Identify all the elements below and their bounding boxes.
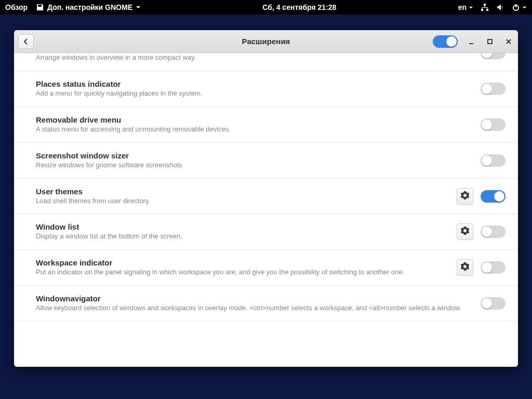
extension-description: Resize windows for gnome software screen… bbox=[36, 161, 473, 170]
back-button[interactable] bbox=[18, 34, 34, 49]
maximize-icon bbox=[487, 38, 493, 45]
extension-row: WindownavigatorAllow keyboard selection … bbox=[14, 286, 518, 322]
extension-description: Load shell themes from user directory. bbox=[36, 197, 449, 206]
system-menu[interactable] bbox=[512, 3, 527, 11]
extension-title: Removable drive menu bbox=[36, 115, 473, 124]
svg-rect-5 bbox=[469, 43, 473, 44]
extension-text: Window listDisplay a window list at the … bbox=[36, 222, 449, 241]
gear-icon bbox=[461, 262, 469, 273]
save-icon bbox=[36, 3, 44, 11]
extensions-list[interactable]: Native window placementArrange windows i… bbox=[14, 53, 518, 367]
extension-title: Screenshot window sizer bbox=[36, 151, 473, 160]
extension-row: Removable drive menuA status menu for ac… bbox=[14, 107, 518, 143]
chevron-down-icon bbox=[522, 5, 527, 10]
extension-toggle[interactable] bbox=[481, 53, 506, 59]
power-icon bbox=[512, 3, 520, 11]
gear-icon bbox=[461, 191, 469, 202]
extension-text: Screenshot window sizerResize windows fo… bbox=[36, 151, 473, 170]
extension-row: Window listDisplay a window list at the … bbox=[14, 214, 518, 250]
headerbar: Расширения bbox=[14, 30, 518, 53]
extension-text: Places status indicatorAdd a menu for qu… bbox=[36, 79, 473, 98]
appmenu-button[interactable]: Доп. настройки GNOME bbox=[36, 3, 141, 11]
extension-row: Workspace indicatorPut an indicator on t… bbox=[14, 250, 518, 286]
extension-toggle[interactable] bbox=[481, 83, 506, 95]
gnome-topbar: Обзор Доп. настройки GNOME Сб, 4 сентябр… bbox=[0, 0, 532, 15]
extension-settings-button[interactable] bbox=[457, 223, 473, 240]
network-icon[interactable] bbox=[481, 3, 489, 11]
svg-rect-6 bbox=[488, 39, 492, 44]
extension-description: Allow keyboard selection of windows and … bbox=[36, 304, 473, 313]
extension-description: Put an indicator on the panel signaling … bbox=[36, 268, 449, 277]
extension-row: Native window placementArrange windows i… bbox=[14, 53, 518, 71]
keyboard-layout-indicator[interactable]: en bbox=[458, 3, 473, 11]
chevron-down-icon bbox=[136, 5, 141, 10]
activities-button[interactable]: Обзор bbox=[5, 3, 28, 11]
extension-row: Screenshot window sizerResize windows fo… bbox=[14, 143, 518, 179]
extension-text: Removable drive menuA status menu for ac… bbox=[36, 115, 473, 134]
maximize-button[interactable] bbox=[485, 36, 495, 47]
minimize-button[interactable] bbox=[466, 36, 476, 47]
extension-toggle[interactable] bbox=[481, 261, 506, 274]
gnome-tweaks-window: Расширения Native window placementArrang… bbox=[14, 30, 518, 367]
extension-toggle[interactable] bbox=[481, 154, 506, 167]
minimize-icon bbox=[468, 38, 474, 45]
extension-settings-button[interactable] bbox=[457, 259, 473, 276]
gear-icon bbox=[461, 227, 469, 237]
extension-row: Places status indicatorAdd a menu for qu… bbox=[14, 71, 518, 107]
extension-text: Native window placementArrange windows i… bbox=[36, 53, 473, 62]
clock[interactable]: Сб, 4 сентября 21:28 bbox=[141, 3, 458, 11]
extension-toggle[interactable] bbox=[481, 225, 506, 238]
appmenu-label: Доп. настройки GNOME bbox=[47, 3, 132, 11]
volume-icon[interactable] bbox=[496, 3, 504, 11]
extension-title: Windownavigator bbox=[36, 294, 473, 303]
keyboard-layout-label: en bbox=[458, 3, 467, 11]
chevron-left-icon bbox=[23, 38, 29, 45]
extension-description: Arrange windows in overview in a more co… bbox=[36, 54, 473, 62]
extension-toggle[interactable] bbox=[481, 297, 506, 310]
extension-text: WindownavigatorAllow keyboard selection … bbox=[36, 294, 473, 313]
extension-description: A status menu for accessing and unmounti… bbox=[36, 125, 473, 134]
extension-settings-button[interactable] bbox=[457, 188, 473, 205]
extension-text: Workspace indicatorPut an indicator on t… bbox=[36, 258, 449, 277]
close-icon bbox=[506, 38, 512, 45]
extension-description: Add a menu for quickly navigating places… bbox=[36, 89, 473, 98]
close-button[interactable] bbox=[503, 36, 514, 47]
svg-rect-1 bbox=[481, 9, 483, 11]
extension-text: User themesLoad shell themes from user d… bbox=[36, 187, 449, 206]
extension-toggle[interactable] bbox=[481, 118, 506, 131]
extension-title: Window list bbox=[36, 222, 449, 231]
extension-description: Display a window list at the bottom of t… bbox=[36, 232, 449, 241]
svg-rect-0 bbox=[484, 4, 486, 6]
extensions-master-switch[interactable] bbox=[433, 35, 458, 48]
extension-toggle[interactable] bbox=[481, 190, 506, 203]
extension-title: User themes bbox=[36, 187, 449, 196]
chevron-down-icon bbox=[469, 5, 473, 10]
extension-title: Places status indicator bbox=[36, 79, 473, 88]
extension-title: Workspace indicator bbox=[36, 258, 449, 267]
extension-row: User themesLoad shell themes from user d… bbox=[14, 179, 518, 215]
